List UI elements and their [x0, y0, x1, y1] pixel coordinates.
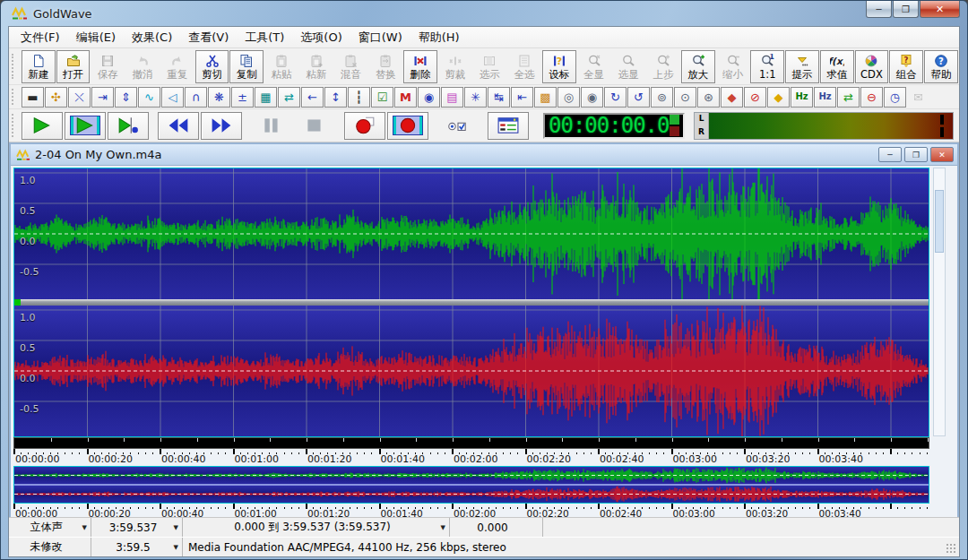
- mute-cross-icon[interactable]: ⊘: [744, 87, 766, 108]
- knob-warning-icon[interactable]: ⊖: [860, 87, 883, 108]
- resize-grip[interactable]: [946, 544, 957, 555]
- paste-new-icon: [309, 54, 324, 68]
- evaluate-button[interactable]: f(x)求值: [820, 50, 854, 83]
- channel-divider[interactable]: [14, 299, 929, 306]
- vertical-zoom-scrollbar[interactable]: [933, 168, 946, 436]
- overview-waveform[interactable]: [13, 466, 929, 504]
- waveform-right-channel[interactable]: 1.00.50.0-0.5: [14, 306, 929, 436]
- equalizer-icon[interactable]: ▦: [255, 87, 277, 108]
- status-selection-range[interactable]: 0.000 到 3:59.537 (3:59.537)▼: [183, 518, 450, 537]
- noise-sparks-icon[interactable]: ✳: [464, 87, 487, 108]
- restore-button[interactable]: ❐: [893, 1, 919, 18]
- zoom-1-1-button[interactable]: 11:1: [750, 50, 784, 83]
- play-button[interactable]: [22, 112, 63, 140]
- close-button[interactable]: ✕: [920, 1, 960, 18]
- effect-gears-icon[interactable]: ✣: [45, 87, 67, 108]
- balance-diamond-icon[interactable]: ◆: [721, 87, 743, 108]
- pan-icon[interactable]: ↕: [324, 87, 347, 108]
- exchange-box-icon[interactable]: ⇄: [278, 87, 300, 108]
- selection-start-marker[interactable]: [14, 299, 21, 306]
- knob-lamp-icon[interactable]: ⊚: [651, 87, 673, 108]
- menu-item-file[interactable]: 文件(F): [13, 27, 68, 48]
- set-marker-button[interactable]: ?设标: [542, 50, 576, 83]
- dropdown-arrow-icon[interactable]: ▼: [82, 524, 87, 531]
- cdx-button[interactable]: CDX: [855, 50, 889, 83]
- delete-button[interactable]: 删除: [403, 50, 437, 83]
- yx-expression-icon[interactable]: ⤬: [68, 87, 91, 108]
- rainbow-box-icon[interactable]: ▩: [534, 87, 557, 108]
- select-view-button: 选示: [473, 50, 507, 83]
- help-button[interactable]: ?帮助: [924, 50, 958, 83]
- menu-item-effects[interactable]: 效果(C): [124, 27, 180, 48]
- menu-item-window[interactable]: 窗口(W): [350, 27, 411, 48]
- minimize-button[interactable]: ─: [866, 1, 892, 18]
- mx-icon[interactable]: M: [394, 87, 417, 108]
- preset-group-label: 组合: [896, 69, 917, 80]
- smooth-left-icon[interactable]: ⇤: [511, 87, 533, 108]
- stretch-icon[interactable]: ⇕: [115, 87, 137, 108]
- document-minimize-button[interactable]: ─: [878, 147, 902, 162]
- offset-icon[interactable]: ±: [231, 87, 254, 108]
- channel-swap-icon[interactable]: ⇄: [837, 87, 860, 108]
- fast-forward-button[interactable]: [201, 112, 242, 140]
- svg-text:?: ?: [938, 56, 944, 65]
- clock-icon[interactable]: ◷: [884, 87, 906, 108]
- ramp-icon[interactable]: ◁: [161, 87, 184, 108]
- spectrum-bars-icon[interactable]: ▤: [441, 87, 463, 108]
- status-total-length[interactable]: 3:59.537▼: [91, 518, 183, 537]
- menu-item-edit[interactable]: 编辑(E): [68, 27, 124, 48]
- menu-item-tools[interactable]: 工具(T): [237, 27, 292, 48]
- dropdown-arrow-icon[interactable]: ▼: [174, 524, 178, 531]
- menu-item-view[interactable]: 查看(V): [180, 27, 237, 48]
- copy-label: 复制: [237, 69, 257, 80]
- record-selection-button[interactable]: [387, 112, 428, 140]
- crossfade-icon[interactable]: ↹: [488, 87, 510, 108]
- document-restore-button[interactable]: ❐: [904, 147, 928, 162]
- zoom-in-button[interactable]: 放大: [681, 50, 715, 83]
- new-button[interactable]: 新建: [22, 50, 56, 83]
- knob-icon[interactable]: ◉: [581, 87, 603, 108]
- play-selection-button[interactable]: [65, 112, 106, 140]
- stereo-3d-icon[interactable]: ◉: [418, 87, 440, 108]
- selection-bar[interactable]: [13, 437, 929, 449]
- document-close-button[interactable]: ✕: [930, 147, 954, 162]
- status-channel-mode[interactable]: 立体声▼: [9, 518, 91, 537]
- status-zoom-length[interactable]: 3:59.5▼: [91, 538, 183, 556]
- select-check-icon[interactable]: ☑: [371, 87, 393, 108]
- volume-bars-icon[interactable]: ┇: [348, 87, 370, 108]
- waveform-left-channel[interactable]: 1.00.50.0-0.5: [14, 168, 929, 299]
- open-button[interactable]: 打开: [56, 50, 91, 83]
- hz-range-icon[interactable]: Hz: [814, 87, 836, 108]
- scrollbar-thumb[interactable]: [935, 190, 944, 253]
- device-bar-icon[interactable]: ▬: [22, 87, 44, 108]
- dropdown-arrow-icon[interactable]: ▼: [174, 544, 178, 551]
- doppler-icon[interactable]: ∿: [138, 87, 160, 108]
- menu-item-help[interactable]: 帮助(H): [411, 27, 468, 48]
- knob-search-icon[interactable]: ◎: [557, 87, 580, 108]
- rewind-button[interactable]: [158, 112, 199, 140]
- timeline[interactable]: 00:00:0000:00:2000:00:4000:01:0000:01:20…: [13, 437, 929, 465]
- copy-button[interactable]: 复制: [229, 50, 264, 83]
- play-from-button[interactable]: [108, 112, 149, 140]
- record-button[interactable]: [344, 112, 385, 140]
- cut-button[interactable]: 剪切: [195, 50, 229, 83]
- playback-bound-icon[interactable]: ⇥: [91, 87, 114, 108]
- pan-diamond-icon[interactable]: ◆: [767, 87, 790, 108]
- knob-link-icon[interactable]: ⊛: [697, 87, 720, 108]
- transport-toolbar: 00:00:00.0 LR: [9, 109, 959, 142]
- preset-group-button[interactable]: ?组合: [889, 50, 923, 83]
- flip-icon[interactable]: ∩: [185, 87, 207, 108]
- left-arrow-icon[interactable]: ←: [301, 87, 324, 108]
- knob-alert-icon[interactable]: ⊙: [674, 87, 696, 108]
- tips-button[interactable]: 提示: [785, 50, 819, 83]
- hz-play-icon[interactable]: Hz: [791, 87, 813, 108]
- dropdown-arrow-icon[interactable]: ▼: [441, 524, 445, 531]
- menu-item-options[interactable]: 选项(O): [292, 27, 350, 48]
- title-bar[interactable]: GoldWave: [1, 1, 967, 26]
- loop-to-icon[interactable]: ↻: [604, 87, 627, 108]
- time-label: 00:02:20: [527, 454, 571, 464]
- control-properties-button[interactable]: [488, 112, 529, 140]
- document-title-bar[interactable]: 2-04 On My Own.m4a ─ ❐ ✕: [11, 144, 957, 166]
- mechanize-icon[interactable]: ❋: [208, 87, 230, 108]
- loop-icon[interactable]: ↺: [627, 87, 650, 108]
